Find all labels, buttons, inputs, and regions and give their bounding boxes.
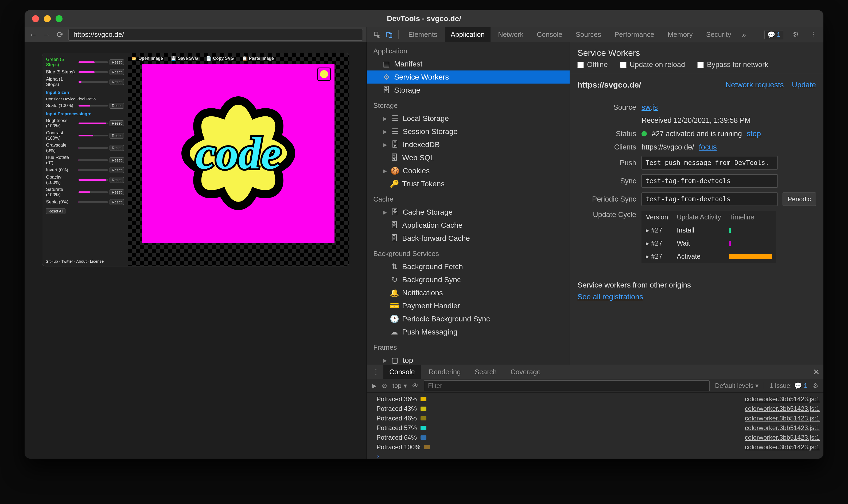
tree-bg-fetch[interactable]: ⇅Background Fetch	[367, 260, 570, 273]
reset-button[interactable]: Reset	[109, 199, 124, 205]
reset-button[interactable]: Reset	[109, 157, 124, 163]
paste-image-button[interactable]: 📋 Paste Image	[242, 56, 274, 61]
sw-heading: Service Workers	[570, 42, 824, 60]
tree-indexeddb[interactable]: ▶🗄IndexedDB	[367, 138, 570, 151]
copy-svg-button[interactable]: 📄 Copy SVG	[206, 56, 234, 61]
more-tabs-icon[interactable]: »	[739, 29, 749, 40]
tree-bg-sync[interactable]: ↻Background Sync	[367, 273, 570, 286]
see-all-registrations-link[interactable]: See all registrations	[577, 292, 643, 301]
reset-button[interactable]: Reset	[109, 177, 124, 183]
kebab-icon[interactable]: ⋮	[370, 366, 381, 377]
network-requests-link[interactable]: Network requests	[726, 80, 784, 89]
open-image-button[interactable]: 📂 Open Image	[132, 56, 163, 61]
checkbox-label[interactable]: Consider Device Pixel Ratio	[46, 97, 124, 101]
log-source-link[interactable]: colorworker.3bb51423.js:1	[745, 444, 820, 451]
chk-update-on-reload[interactable]: Update on reload	[620, 60, 685, 69]
reset-button[interactable]: Reset	[109, 145, 124, 151]
drawer-tab-console[interactable]: Console	[383, 365, 420, 379]
focus-link[interactable]: focus	[699, 143, 717, 151]
reset-button[interactable]: Reset	[109, 79, 124, 85]
close-drawer-icon[interactable]: ✕	[813, 367, 820, 377]
console-prompt[interactable]: ›	[377, 452, 820, 458]
inspect-icon[interactable]	[371, 29, 382, 40]
clear-console-icon[interactable]: ⊘	[382, 382, 387, 390]
periodic-button[interactable]: Periodic	[782, 193, 816, 206]
log-source-link[interactable]: colorworker.3bb51423.js:1	[745, 434, 820, 441]
update-link[interactable]: Update	[792, 80, 816, 89]
tree-cache-storage[interactable]: ▶🗄Cache Storage	[367, 205, 570, 219]
footer-links[interactable]: GitHub · Twitter · About · License	[46, 259, 104, 264]
issues-counter[interactable]: 1 Issue: 💬 1	[769, 382, 808, 390]
play-icon[interactable]: ▶	[371, 382, 377, 390]
tree-payment-handler[interactable]: 💳Payment Handler	[367, 299, 570, 312]
tab-application[interactable]: Application	[445, 27, 490, 42]
section-header[interactable]: Input Size ▾	[46, 90, 124, 95]
reload-icon[interactable]: ⟳	[55, 30, 65, 39]
reset-button[interactable]: Reset	[109, 167, 124, 173]
tab-network[interactable]: Network	[492, 27, 529, 42]
tab-sources[interactable]: Sources	[570, 27, 607, 42]
reset-button[interactable]: Reset	[109, 69, 124, 75]
gear-icon[interactable]: ⚙	[790, 29, 801, 40]
tree-bf-cache[interactable]: 🗄Back-forward Cache	[367, 232, 570, 245]
drawer-tab-rendering[interactable]: Rendering	[423, 365, 467, 379]
sw-source-link[interactable]: sw.js	[641, 103, 658, 112]
tree-storage[interactable]: 🗄Storage	[367, 84, 570, 97]
filter-input[interactable]	[424, 380, 710, 391]
titlebar: DevTools - svgco.de/	[24, 10, 824, 27]
tree-session-storage[interactable]: ▶☰Session Storage	[367, 125, 570, 138]
chk-bypass[interactable]: Bypass for network	[697, 60, 768, 69]
tab-security[interactable]: Security	[700, 27, 737, 42]
chk-offline[interactable]: Offline	[577, 60, 608, 69]
log-source-link[interactable]: colorworker.3bb51423.js:1	[745, 424, 820, 432]
tree-cookies[interactable]: ▶🍪Cookies	[367, 164, 570, 177]
drawer-tab-coverage[interactable]: Coverage	[505, 365, 547, 379]
tab-elements[interactable]: Elements	[402, 27, 443, 42]
label-push: Push	[577, 159, 636, 167]
forward-icon[interactable]: →	[42, 30, 51, 39]
gear-icon[interactable]: ⚙	[813, 382, 819, 390]
drawer-tab-search[interactable]: Search	[469, 365, 503, 379]
log-source-link[interactable]: colorworker.3bb51423.js:1	[745, 395, 820, 403]
tree-manifest[interactable]: ▤Manifest	[367, 57, 570, 71]
url-input[interactable]	[68, 29, 363, 40]
push-input[interactable]	[641, 156, 778, 169]
periodic-input[interactable]	[641, 193, 778, 206]
tree-service-workers[interactable]: ⚙Service Workers	[367, 71, 570, 84]
tree-frame-top[interactable]: ▶▢top	[367, 354, 570, 365]
tree-websql[interactable]: 🗄Web SQL	[367, 151, 570, 164]
context-selector[interactable]: top ▾	[393, 382, 406, 390]
save-svg-button[interactable]: 💾 Save SVG	[171, 56, 198, 61]
tab-performance[interactable]: Performance	[609, 27, 660, 42]
sync-input[interactable]	[641, 174, 778, 188]
reset-button[interactable]: Reset	[109, 59, 124, 65]
tree-trust-tokens[interactable]: 🔑Trust Tokens	[367, 177, 570, 190]
device-toggle-icon[interactable]	[384, 29, 395, 40]
tree-app-cache[interactable]: 🗄Application Cache	[367, 219, 570, 232]
log-source-link[interactable]: colorworker.3bb51423.js:1	[745, 405, 820, 412]
levels-selector[interactable]: Default levels ▾	[715, 382, 759, 390]
stop-link[interactable]: stop	[747, 129, 761, 138]
cycle-row[interactable]: ▸ #27Activate	[641, 250, 776, 263]
tree-notifications[interactable]: 🔔Notifications	[367, 286, 570, 299]
log-source-link[interactable]: colorworker.3bb51423.js:1	[745, 415, 820, 422]
application-tree: Application ▤Manifest ⚙Service Workers 🗄…	[367, 42, 570, 365]
slider-label: Grayscale (0%)	[46, 143, 77, 153]
cycle-row[interactable]: ▸ #27Wait	[641, 237, 776, 250]
kebab-icon[interactable]: ⋮	[808, 29, 819, 40]
reset-button[interactable]: Reset	[109, 133, 124, 139]
tab-console[interactable]: Console	[531, 27, 568, 42]
tree-local-storage[interactable]: ▶☰Local Storage	[367, 112, 570, 125]
reset-all-button[interactable]: Reset All	[46, 208, 66, 214]
cycle-row[interactable]: ▸ #27Install	[641, 224, 776, 237]
tree-push-messaging[interactable]: ☁Push Messaging	[367, 325, 570, 339]
section-header[interactable]: Input Preprocessing ▾	[46, 111, 124, 116]
reset-button[interactable]: Reset	[109, 103, 124, 109]
tab-memory[interactable]: Memory	[662, 27, 699, 42]
tree-periodic-sync[interactable]: 🕑Periodic Background Sync	[367, 312, 570, 325]
back-icon[interactable]: ←	[28, 30, 38, 39]
reset-button[interactable]: Reset	[109, 120, 124, 126]
eye-icon[interactable]: 👁	[412, 382, 419, 390]
reset-button[interactable]: Reset	[109, 189, 124, 195]
issues-badge[interactable]: 💬 1	[764, 30, 783, 39]
